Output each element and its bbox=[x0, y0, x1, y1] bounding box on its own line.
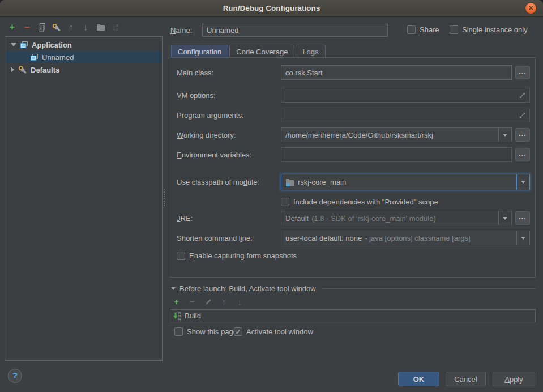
capture-snapshots-checkbox[interactable]: ✓ bbox=[177, 252, 185, 260]
show-this-page-checkbox-row: ✓ Show this page bbox=[174, 327, 237, 336]
capture-snapshots-row: ✓ Enable capturing form snapshots bbox=[177, 251, 530, 261]
before-launch-title: Before launch: Build, Activate tool wind… bbox=[179, 284, 316, 293]
jre-row: JRE: Default (1.8 - SDK of 'rskj-core_ma… bbox=[177, 211, 530, 225]
collapse-triangle-icon[interactable] bbox=[11, 67, 14, 73]
name-input[interactable]: Unnamed bbox=[202, 24, 388, 37]
shorten-command-line-label: Shorten command line: bbox=[177, 234, 281, 242]
tab-bar: Configuration Code Coverage Logs bbox=[171, 45, 326, 58]
tab-logs[interactable]: Logs bbox=[296, 45, 325, 58]
application-icon bbox=[20, 41, 28, 49]
dropdown-arrow-button[interactable] bbox=[516, 231, 529, 245]
titlebar[interactable]: Run/Debug Configurations × bbox=[0, 0, 543, 17]
tree-item-label: Unnamed bbox=[42, 53, 74, 62]
move-down-button[interactable]: ↓ bbox=[81, 22, 91, 33]
before-launch-section-header: Before launch: Build, Activate tool wind… bbox=[171, 284, 536, 293]
apply-button[interactable]: Apply bbox=[493, 372, 535, 386]
use-classpath-label: Use classpath of module: bbox=[177, 178, 281, 186]
jre-combobox[interactable]: Default (1.8 - SDK of 'rskj-core_main' m… bbox=[281, 211, 512, 225]
tree-item-application[interactable]: Application bbox=[5, 39, 162, 51]
ok-button[interactable]: OK bbox=[398, 372, 439, 386]
capture-snapshots-checkbox-row: ✓ Enable capturing form snapshots bbox=[177, 252, 297, 260]
edit-task-button[interactable] bbox=[203, 296, 213, 308]
add-configuration-button[interactable]: + bbox=[7, 22, 17, 33]
sort-configurations-button[interactable]: ↓ az bbox=[110, 22, 120, 33]
before-launch-task-list[interactable]: 01 10 01 Build bbox=[170, 309, 536, 322]
move-task-down-button[interactable]: ↓ bbox=[235, 296, 245, 308]
add-icon: + bbox=[10, 23, 15, 32]
dropdown-arrow-button[interactable] bbox=[498, 128, 511, 142]
program-arguments-row: Program arguments: bbox=[177, 108, 530, 122]
dropdown-arrow-button[interactable] bbox=[498, 211, 511, 225]
expand-icon bbox=[519, 112, 525, 118]
cancel-button[interactable]: Cancel bbox=[446, 372, 486, 386]
shorten-command-line-row: Shorten command line: user-local default… bbox=[177, 231, 530, 245]
use-classpath-combobox[interactable]: rskj-core_main bbox=[281, 174, 530, 190]
remove-configuration-button[interactable]: − bbox=[22, 22, 32, 33]
jre-value: Default bbox=[285, 214, 309, 223]
environment-variables-input[interactable] bbox=[281, 147, 512, 162]
share-checkbox[interactable]: ✓ bbox=[407, 25, 416, 34]
tab-configuration[interactable]: Configuration bbox=[171, 45, 228, 58]
working-directory-combobox[interactable]: /home/meriherrera/Code/Github/rsksmart/r… bbox=[281, 127, 512, 142]
main-class-browse-button[interactable]: ... bbox=[515, 66, 530, 79]
program-arguments-input[interactable] bbox=[281, 108, 530, 122]
help-button[interactable]: ? bbox=[8, 369, 22, 383]
single-instance-checkbox-row: ✓ Single instance only bbox=[450, 25, 528, 34]
activate-tool-window-checkbox[interactable]: ✓ bbox=[234, 327, 242, 336]
wrench-gear-icon bbox=[18, 65, 27, 74]
shorten-command-line-combobox[interactable]: user-local default: none - java [options… bbox=[281, 231, 530, 245]
working-directory-label: Working directory: bbox=[177, 131, 281, 139]
copy-configuration-button[interactable] bbox=[37, 22, 46, 33]
expand-editor-button[interactable] bbox=[519, 92, 525, 99]
add-task-button[interactable]: + bbox=[172, 296, 181, 308]
move-up-button[interactable]: ↑ bbox=[66, 22, 76, 33]
use-classpath-value: rskj-core_main bbox=[298, 178, 346, 186]
close-button[interactable]: × bbox=[525, 2, 537, 14]
tree-item-unnamed[interactable]: Unnamed bbox=[5, 51, 162, 63]
build-icon: 01 10 01 bbox=[173, 312, 182, 321]
configuration-tab-panel: Main class: co.rsk.Start ... VM options:… bbox=[170, 57, 536, 278]
remove-task-button[interactable]: − bbox=[187, 296, 197, 308]
expand-editor-button[interactable] bbox=[519, 112, 525, 118]
tree-item-defaults[interactable]: Defaults bbox=[5, 63, 162, 76]
add-icon: + bbox=[174, 297, 179, 306]
create-folder-button[interactable] bbox=[96, 22, 105, 33]
activate-tool-window-checkbox-row: ✓ Activate tool window bbox=[234, 327, 313, 336]
move-down-icon: ↓ bbox=[238, 297, 242, 306]
program-arguments-label: Program arguments: bbox=[177, 111, 281, 120]
jre-label: JRE: bbox=[177, 214, 281, 223]
jre-browse-button[interactable]: ... bbox=[515, 211, 530, 225]
wrench-gear-icon bbox=[52, 23, 61, 32]
working-directory-browse-button[interactable]: ... bbox=[515, 128, 530, 142]
before-launch-toolbar: + − ↑ ↓ bbox=[172, 297, 245, 307]
capture-snapshots-label: Enable capturing form snapshots bbox=[189, 252, 297, 260]
main-class-input[interactable]: co.rsk.Start bbox=[281, 65, 512, 80]
include-provided-checkbox[interactable]: ✓ bbox=[281, 198, 289, 206]
environment-variables-row: Environment variables: ... bbox=[177, 147, 530, 162]
dropdown-arrow-button[interactable] bbox=[516, 174, 529, 190]
working-directory-row: Working directory: /home/meriherrera/Cod… bbox=[177, 127, 530, 142]
tab-code-coverage[interactable]: Code Coverage bbox=[229, 45, 294, 58]
application-icon bbox=[30, 53, 39, 62]
jre-value-hint: (1.8 - SDK of 'rskj-core_main' module) bbox=[311, 214, 436, 223]
vm-options-row: VM options: bbox=[177, 88, 530, 103]
environment-variables-browse-button[interactable]: ... bbox=[515, 148, 530, 161]
expand-triangle-icon[interactable] bbox=[11, 43, 16, 46]
move-up-icon: ↑ bbox=[222, 297, 226, 306]
move-task-up-button[interactable]: ↑ bbox=[219, 296, 229, 308]
vm-options-input[interactable] bbox=[281, 88, 530, 103]
tree-item-label: Application bbox=[32, 41, 72, 49]
include-provided-label: Include dependencies with "Provided" sco… bbox=[293, 198, 438, 206]
edit-defaults-button[interactable] bbox=[52, 22, 61, 33]
chevron-down-icon bbox=[521, 181, 525, 184]
chevron-down-icon bbox=[521, 237, 525, 240]
show-this-page-checkbox[interactable]: ✓ bbox=[174, 327, 183, 336]
ellipsis-icon: ... bbox=[519, 214, 527, 220]
pencil-icon bbox=[204, 298, 212, 306]
activate-tool-window-label: Activate tool window bbox=[246, 327, 313, 336]
collapse-triangle-icon[interactable] bbox=[171, 287, 176, 290]
splitter-handle[interactable] bbox=[164, 189, 165, 206]
tab-label: Logs bbox=[302, 48, 318, 56]
single-instance-checkbox[interactable]: ✓ bbox=[450, 25, 458, 34]
main-class-value: co.rsk.Start bbox=[285, 69, 323, 77]
